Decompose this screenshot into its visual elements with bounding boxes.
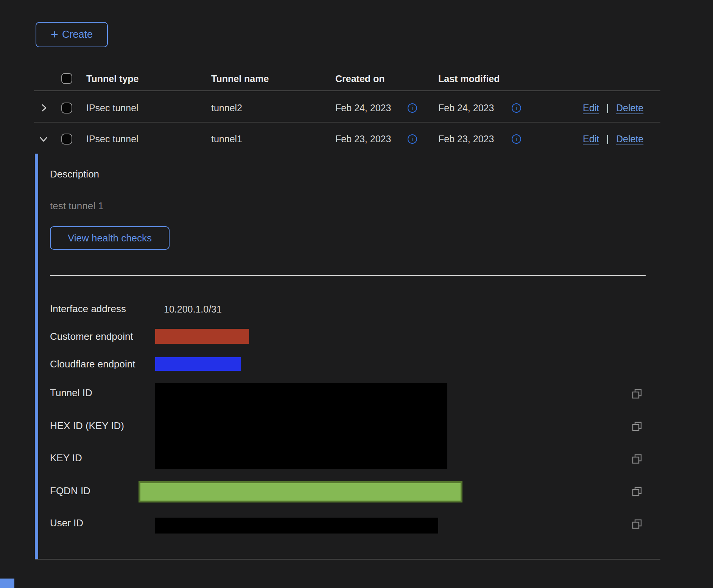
create-button-label: Create <box>62 29 93 40</box>
copy-icon-user-id[interactable] <box>631 518 643 531</box>
info-icon[interactable]: i <box>408 134 417 144</box>
info-icon[interactable]: i <box>408 103 417 113</box>
header-divider <box>34 90 660 91</box>
redacted-customer-endpoint <box>155 329 249 344</box>
expanded-row-indicator-bar <box>35 154 38 559</box>
field-label-cloudflare-endpoint: Cloudflare endpoint <box>50 358 135 370</box>
panel-divider <box>50 275 646 276</box>
expanded-row-bottom-divider <box>35 559 660 560</box>
column-header-tunnel-type: Tunnel type <box>86 73 139 85</box>
redacted-tunnel-id-hex-id-key-id <box>155 383 447 469</box>
field-value-interface-address: 10.200.1.0/31 <box>164 303 222 315</box>
field-label-tunnel-id: Tunnel ID <box>50 387 92 399</box>
column-header-created-on: Created on <box>335 73 385 85</box>
action-separator: | <box>606 133 609 145</box>
redacted-cloudflare-endpoint <box>155 357 241 371</box>
create-button[interactable]: + Create <box>36 22 108 47</box>
field-label-key-id: KEY ID <box>50 452 82 464</box>
cell-tunnel-type: IPsec tunnel <box>86 133 139 145</box>
plus-icon: + <box>51 28 58 40</box>
edit-link-tunnel1[interactable]: Edit <box>583 133 599 145</box>
delete-link-tunnel2[interactable]: Delete <box>616 102 643 114</box>
row-divider <box>34 122 660 123</box>
cell-created-on: Feb 23, 2023 <box>335 133 391 145</box>
info-icon[interactable]: i <box>512 134 521 144</box>
chevron-right-icon[interactable] <box>39 103 49 114</box>
redacted-fqdn-id <box>139 481 462 502</box>
redacted-user-id <box>155 518 438 534</box>
edit-link-tunnel2[interactable]: Edit <box>583 102 599 114</box>
field-label-customer-endpoint: Customer endpoint <box>50 330 133 343</box>
description-label: Description <box>50 168 99 180</box>
ipsec-tunnels-page: + Create Tunnel type Tunnel name Created… <box>0 0 713 588</box>
info-glyph: i <box>412 135 413 143</box>
description-value: test tunnel 1 <box>50 200 104 212</box>
copy-icon-hex-id[interactable] <box>631 421 643 434</box>
column-header-tunnel-name: Tunnel name <box>211 73 269 85</box>
cell-last-modified: Feb 24, 2023 <box>438 102 494 114</box>
copy-icon-fqdn-id[interactable] <box>631 486 643 499</box>
info-glyph: i <box>516 104 517 112</box>
column-header-last-modified: Last modified <box>438 73 500 85</box>
select-all-checkbox[interactable] <box>61 73 72 84</box>
row-checkbox-tunnel2[interactable] <box>61 103 72 114</box>
field-label-hex-id: HEX ID (KEY ID) <box>50 420 124 432</box>
info-glyph: i <box>412 104 413 112</box>
delete-link-tunnel1[interactable]: Delete <box>616 133 643 145</box>
info-glyph: i <box>516 135 517 143</box>
cell-last-modified: Feb 23, 2023 <box>438 133 494 145</box>
row-checkbox-tunnel1[interactable] <box>61 134 72 145</box>
view-health-checks-button[interactable]: View health checks <box>50 226 170 250</box>
field-label-fqdn-id: FQDN ID <box>50 485 90 497</box>
cell-tunnel-type: IPsec tunnel <box>86 102 139 114</box>
copy-icon-tunnel-id[interactable] <box>631 388 643 401</box>
info-icon[interactable]: i <box>512 103 521 113</box>
cell-created-on: Feb 24, 2023 <box>335 102 391 114</box>
field-label-interface-address: Interface address <box>50 303 126 315</box>
action-separator: | <box>606 102 609 114</box>
field-label-user-id: User ID <box>50 517 83 529</box>
cell-tunnel-name: tunnel2 <box>211 102 242 114</box>
cell-tunnel-name: tunnel1 <box>211 133 242 145</box>
chevron-down-icon[interactable] <box>39 134 48 146</box>
cut-off-blue-element <box>0 579 14 588</box>
copy-icon-key-id[interactable] <box>631 453 643 466</box>
